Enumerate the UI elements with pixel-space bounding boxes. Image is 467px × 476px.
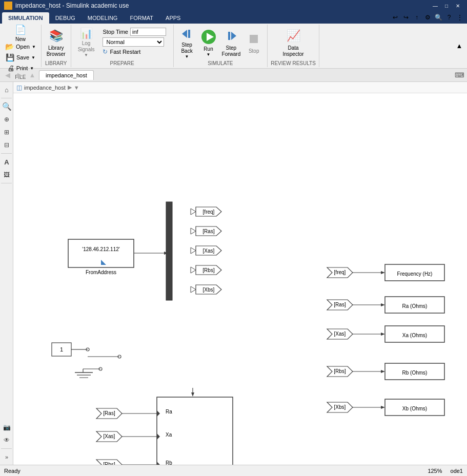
close-btn[interactable]: ✕ <box>453 2 463 10</box>
save-btn[interactable]: 💾 Save ▼ <box>4 52 37 63</box>
lt-sep-3 <box>1 183 12 183</box>
breadcrumb-dropdown[interactable]: ▼ <box>74 85 79 91</box>
ribbon-group-prepare: 📊 LogSignals ▼ Stop Time Normal Accelera… <box>71 25 174 67</box>
goto-xas-arrow <box>191 247 196 254</box>
rb-display-label: Rb (Ohms) <box>402 370 428 376</box>
breadcrumb-model[interactable]: impedance_host <box>24 85 66 91</box>
file-buttons: 📄 New 📂 Open ▼ 💾 Save ▼ 🖨 Print ▼ <box>3 26 38 73</box>
new-btn[interactable]: 📄 New <box>10 26 31 41</box>
lt-sep-1 <box>1 98 12 98</box>
run-btn[interactable]: Run ▼ <box>198 26 219 59</box>
text-tool-btn[interactable]: A <box>1 156 12 168</box>
step-back-icon <box>179 27 195 41</box>
zoom-level[interactable]: 125% <box>428 468 442 474</box>
simulink-diagram[interactable]: '128.46.212.112' FromAddress [freq] [Ras… <box>13 93 467 465</box>
window-controls[interactable]: — □ ✕ <box>430 2 463 10</box>
library-browser-btn[interactable]: 📚 LibraryBrowser <box>45 26 68 59</box>
rd-port-rb: Rb <box>166 460 172 465</box>
step-back-btn[interactable]: StepBack ▼ <box>177 26 197 59</box>
new-icon: 📄 <box>12 24 29 35</box>
model-tab-label: impedance_host <box>46 72 87 78</box>
redo-btn[interactable]: ↪ <box>401 12 411 23</box>
svg-rect-6 <box>250 35 258 43</box>
from-address-label: FromAddress <box>86 270 116 275</box>
xbs-disp-arrow <box>381 406 385 409</box>
ras-disp-arrow <box>381 303 385 306</box>
fit-btn[interactable]: ⊞ <box>1 127 12 138</box>
forward-btn[interactable]: ▶ <box>14 70 26 81</box>
tab-modeling[interactable]: MODELING <box>82 12 124 24</box>
collapse-ribbon-btn[interactable]: ▲ <box>454 40 465 52</box>
save-dropdown: ▼ <box>31 55 35 60</box>
stop-btn[interactable]: Stop <box>243 26 264 59</box>
from-rbs-label: [Rbs] <box>103 462 115 465</box>
image-tool-btn[interactable]: 🖼 <box>1 169 12 180</box>
xa-display-label: Xa (Ohms) <box>402 333 427 338</box>
zoom-in-btn[interactable]: 🔍 <box>1 101 12 112</box>
solver-label[interactable]: ode1 <box>451 468 463 474</box>
log-signals-btn[interactable]: 📊 LogSignals ▼ <box>76 26 97 58</box>
open-btn[interactable]: 📂 Open ▼ <box>3 42 38 52</box>
quick-access: ↩ ↪ ↑ ⚙ 🔍 ? ⋮ <box>390 12 467 24</box>
sim-mode-select[interactable]: Normal Accelerator Rapid Accelerator <box>103 37 164 47</box>
keyboard-btn[interactable]: ⌨ <box>454 70 465 81</box>
up-nav-btn[interactable]: ▲ <box>27 70 38 81</box>
tab-simulation[interactable]: SIMULATION <box>2 12 49 24</box>
prepare-group-label: PREPARE <box>110 60 134 66</box>
library-buttons: 📚 LibraryBrowser <box>45 26 68 59</box>
goto-xbs-arrow <box>191 286 196 293</box>
window-title: impedance_host - Simulink academic use <box>15 2 129 9</box>
more-btn[interactable]: ⋮ <box>455 12 465 23</box>
goto-freq-label: [freq] <box>203 209 215 215</box>
ready-status: Ready <box>4 468 21 474</box>
lt-sep-2 <box>1 153 12 154</box>
maximize-btn[interactable]: □ <box>441 2 452 10</box>
undo-btn[interactable]: ↩ <box>390 12 400 23</box>
ra-display-label: Ra (Ohms) <box>402 303 428 309</box>
fast-restart-row[interactable]: ↻ Fast Restart <box>103 48 166 55</box>
left-toolbar: ⌂ 🔍 ⊕ ⊞ ⊟ A 🖼 📷 👁 » <box>0 82 13 465</box>
rbs-disp-arrow <box>381 370 385 373</box>
ribbon-tabs: SIMULATION DEBUG MODELING FORMAT APPS ↩ … <box>0 11 467 24</box>
ribbon-group-simulate: StepBack ▼ Run ▼ StepForward St <box>174 25 268 67</box>
svg-marker-0 <box>182 30 187 38</box>
zoom-area-btn[interactable]: ⊟ <box>1 139 12 151</box>
canvas-area[interactable]: ◫ impedance_host ▶ ▼ '128.46.212.112' Fr… <box>13 82 467 465</box>
step-forward-btn[interactable]: StepForward <box>220 26 243 59</box>
open-label: Open <box>16 44 30 50</box>
from-rbs-right-label: [Rbs] <box>334 368 346 374</box>
expand-lt-btn[interactable]: » <box>1 451 12 463</box>
library-icon: 📚 <box>48 28 64 44</box>
settings-btn[interactable]: ⚙ <box>422 12 433 23</box>
ribbon-group-review: 📈 DataInspector REVIEW RESULTS <box>268 25 319 67</box>
tab-format[interactable]: FORMAT <box>124 12 159 24</box>
log-signals-icon: 📊 <box>78 27 94 39</box>
data-inspector-btn[interactable]: 📈 DataInspector <box>280 26 306 59</box>
stop-icon <box>246 31 262 47</box>
help-btn[interactable]: ? <box>444 12 454 23</box>
tab-debug[interactable]: DEBUG <box>49 12 82 24</box>
stop-label: Stop <box>249 48 259 54</box>
zoom-out-btn[interactable]: ⊕ <box>1 114 12 125</box>
xas-disp-arrow <box>381 333 385 336</box>
snapshot-btn[interactable]: 📷 <box>1 422 12 433</box>
back-btn[interactable]: ◀ <box>2 70 13 81</box>
zoom-btn[interactable]: 🔍 <box>433 12 443 23</box>
freq-disp-arrow <box>381 271 385 274</box>
stop-time-input[interactable] <box>130 28 166 36</box>
up-btn[interactable]: ↑ <box>412 12 422 23</box>
review-buttons: 📈 DataInspector <box>280 26 306 59</box>
home-tool-btn[interactable]: ⌂ <box>1 84 12 95</box>
tab-apps[interactable]: APPS <box>159 12 187 24</box>
goto-xbs-label: [Xbs] <box>203 287 215 293</box>
minimize-btn[interactable]: — <box>430 2 440 10</box>
model-tab[interactable]: impedance_host <box>39 70 94 80</box>
log-signals-dropdown: ▼ <box>84 53 88 57</box>
mux-block[interactable] <box>166 202 172 300</box>
record-data-block[interactable] <box>157 397 233 465</box>
address-bar: ◀ ▶ ▲ impedance_host ⌨ <box>0 69 467 82</box>
svg-marker-4 <box>231 32 236 40</box>
goto-ras-label: [Ras] <box>202 229 215 234</box>
hide-btn[interactable]: 👁 <box>1 434 12 446</box>
app-icon <box>4 2 12 10</box>
